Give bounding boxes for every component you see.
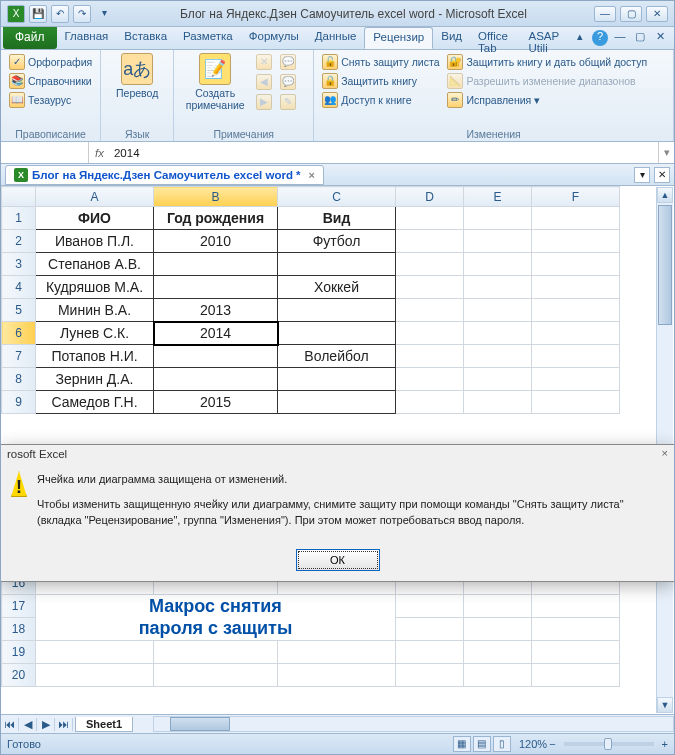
doc-max-icon[interactable]: ▢ xyxy=(632,30,648,46)
track-changes-button[interactable]: ✏Исправления ▾ xyxy=(445,91,649,109)
cell[interactable]: Вид xyxy=(278,207,396,230)
cell[interactable] xyxy=(396,391,464,414)
message-box-close-icon[interactable]: × xyxy=(662,447,668,459)
cell[interactable] xyxy=(396,368,464,391)
col-header-c[interactable]: C xyxy=(278,187,396,207)
unprotect-sheet-button[interactable]: 🔓Снять защиту листа xyxy=(320,53,441,71)
cell[interactable] xyxy=(464,207,532,230)
protect-and-share-button[interactable]: 🔐Защитить книгу и дать общий доступ xyxy=(445,53,649,71)
cell[interactable] xyxy=(532,207,620,230)
scroll-down-icon[interactable]: ▼ xyxy=(657,697,673,713)
cell[interactable] xyxy=(464,299,532,322)
tab-formulas[interactable]: Формулы xyxy=(241,27,307,49)
cell[interactable] xyxy=(464,230,532,253)
zoom-out-icon[interactable]: − xyxy=(549,738,555,750)
cell[interactable] xyxy=(396,276,464,299)
zoom-label[interactable]: 120% xyxy=(519,738,547,750)
active-cell[interactable]: 2014 xyxy=(154,322,278,345)
formula-input[interactable]: 2014 xyxy=(110,145,658,161)
fx-icon[interactable]: fx xyxy=(89,147,110,159)
cell[interactable] xyxy=(154,276,278,299)
cell[interactable]: Самедов Г.Н. xyxy=(36,391,154,414)
cell[interactable] xyxy=(532,664,620,687)
row-header[interactable]: 19 xyxy=(2,641,36,664)
cell[interactable] xyxy=(154,253,278,276)
cell[interactable] xyxy=(464,618,532,641)
cell[interactable] xyxy=(278,368,396,391)
cell[interactable] xyxy=(396,618,464,641)
cell[interactable] xyxy=(36,641,154,664)
view-break-icon[interactable]: ▯ xyxy=(493,736,511,752)
sheet-nav-first-icon[interactable]: ⏮ xyxy=(1,718,19,731)
cell[interactable]: Год рождения xyxy=(154,207,278,230)
zoom-slider[interactable] xyxy=(564,742,654,746)
cell[interactable] xyxy=(532,618,620,641)
spreadsheet-grid[interactable]: A B C D E F 1 ФИО Год рождения Вид 2 Ива… xyxy=(1,186,620,687)
row-header[interactable]: 6 xyxy=(2,322,36,345)
macro-button-line1[interactable]: Макрос снятия xyxy=(36,595,396,618)
select-all-corner[interactable] xyxy=(2,187,36,207)
cell[interactable] xyxy=(154,641,278,664)
tab-insert[interactable]: Вставка xyxy=(116,27,175,49)
cell[interactable]: Хоккей xyxy=(278,276,396,299)
cell[interactable] xyxy=(396,641,464,664)
cell[interactable]: Минин В.А. xyxy=(36,299,154,322)
scroll-up-icon[interactable]: ▲ xyxy=(657,187,673,203)
cell[interactable] xyxy=(396,253,464,276)
col-header-b[interactable]: B xyxy=(154,187,278,207)
cell[interactable] xyxy=(278,253,396,276)
cell[interactable] xyxy=(532,595,620,618)
sheet-nav-prev-icon[interactable]: ◀ xyxy=(19,718,37,731)
cell[interactable] xyxy=(278,641,396,664)
view-layout-icon[interactable]: ▤ xyxy=(473,736,491,752)
row-header[interactable]: 3 xyxy=(2,253,36,276)
row-header[interactable]: 7 xyxy=(2,345,36,368)
cell[interactable] xyxy=(396,664,464,687)
cell[interactable] xyxy=(396,322,464,345)
row-header[interactable]: 4 xyxy=(2,276,36,299)
col-header-f[interactable]: F xyxy=(532,187,620,207)
cell[interactable] xyxy=(154,664,278,687)
sheet-nav-last-icon[interactable]: ⏭ xyxy=(55,718,73,731)
excel-icon[interactable]: X xyxy=(7,5,25,23)
col-header-e[interactable]: E xyxy=(464,187,532,207)
cell[interactable] xyxy=(532,276,620,299)
cell[interactable] xyxy=(464,641,532,664)
cell[interactable] xyxy=(532,345,620,368)
cell[interactable] xyxy=(396,595,464,618)
new-comment-button[interactable]: 📝Создать примечание xyxy=(180,53,250,111)
ok-button[interactable]: ОК xyxy=(296,549,380,571)
translate-button[interactable]: aあПеревод xyxy=(107,53,167,99)
cell[interactable]: 2013 xyxy=(154,299,278,322)
row-header[interactable]: 1 xyxy=(2,207,36,230)
cell[interactable] xyxy=(154,345,278,368)
cell[interactable] xyxy=(464,391,532,414)
row-header[interactable]: 2 xyxy=(2,230,36,253)
minimize-button[interactable]: — xyxy=(594,6,616,22)
cell[interactable]: Волейбол xyxy=(278,345,396,368)
horizontal-scrollbar[interactable] xyxy=(153,716,674,732)
file-tab[interactable]: Файл xyxy=(3,27,57,49)
cell[interactable] xyxy=(36,664,154,687)
cell[interactable]: Кудряшов М.А. xyxy=(36,276,154,299)
wb-close-icon[interactable]: ✕ xyxy=(654,167,670,183)
tab-home[interactable]: Главная xyxy=(57,27,117,49)
row-header[interactable]: 17 xyxy=(2,595,36,618)
tab-view[interactable]: Вид xyxy=(433,27,470,49)
cell[interactable]: Потапов Н.И. xyxy=(36,345,154,368)
cell[interactable] xyxy=(464,595,532,618)
cell[interactable]: Степанов А.В. xyxy=(36,253,154,276)
view-normal-icon[interactable]: ▦ xyxy=(453,736,471,752)
cell[interactable] xyxy=(154,368,278,391)
cell[interactable] xyxy=(532,322,620,345)
research-button[interactable]: 📚Справочники xyxy=(7,72,94,90)
col-header-d[interactable]: D xyxy=(396,187,464,207)
row-header[interactable]: 18 xyxy=(2,618,36,641)
tab-data[interactable]: Данные xyxy=(307,27,365,49)
cell[interactable] xyxy=(396,207,464,230)
cell[interactable]: Зернин Д.А. xyxy=(36,368,154,391)
cell[interactable]: Лунев С.К. xyxy=(36,322,154,345)
spelling-button[interactable]: ✓Орфография xyxy=(7,53,94,71)
sheet-tab[interactable]: Sheet1 xyxy=(75,717,133,732)
macro-button-line2[interactable]: пароля с защиты xyxy=(36,618,396,641)
